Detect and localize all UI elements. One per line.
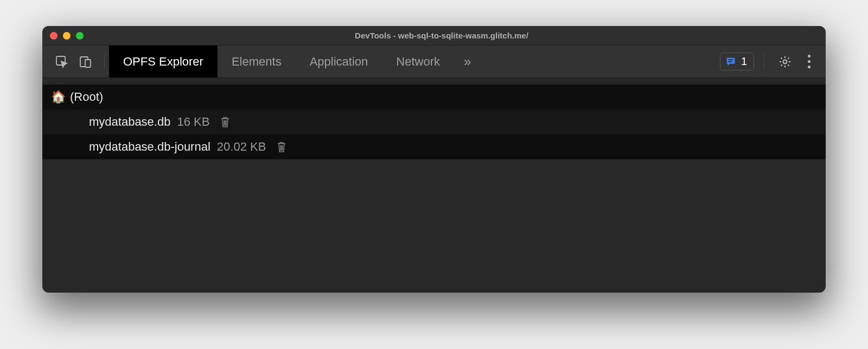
devtools-tabs: OPFS Explorer Elements Application Netwo… [109,46,476,77]
chat-icon [725,56,737,68]
file-row[interactable]: mydatabase.db-journal 20.02 KB [42,134,826,159]
trash-icon [276,140,288,153]
home-icon: 🏠 [51,90,66,104]
tab-elements[interactable]: Elements [218,46,296,77]
svg-rect-2 [85,60,91,67]
delete-file-button[interactable] [219,115,231,128]
root-label: (Root) [70,90,103,104]
window-controls [50,32,84,40]
devtools-toolbar: OPFS Explorer Elements Application Netwo… [42,46,826,78]
window-title: DevTools - web-sql-to-sqlite-wasm.glitch… [95,31,788,40]
device-toolbar-icon[interactable] [75,51,97,73]
more-tabs-icon[interactable]: » [458,54,476,69]
settings-button[interactable] [774,51,796,73]
close-window-button[interactable] [50,32,58,40]
tab-opfs-explorer[interactable]: OPFS Explorer [109,46,218,77]
toolbar-divider [764,54,764,70]
maximize-window-button[interactable] [76,32,84,40]
inspect-element-icon[interactable] [51,51,73,73]
trash-icon [219,115,231,128]
tab-network[interactable]: Network [382,46,454,77]
issues-count: 1 [741,55,747,68]
issues-badge[interactable]: 1 [720,53,754,70]
devtools-window: DevTools - web-sql-to-sqlite-wasm.glitch… [42,26,826,293]
file-row[interactable]: mydatabase.db 16 KB [42,109,826,134]
more-options-button[interactable] [801,50,817,73]
svg-point-3 [783,60,787,63]
file-name: mydatabase.db-journal [89,140,210,154]
toolbar-divider [104,54,105,70]
file-size: 20.02 KB [217,140,266,154]
minimize-window-button[interactable] [63,32,71,40]
opfs-tree: 🏠 (Root) mydatabase.db 16 KB mydatabase.… [42,78,826,159]
delete-file-button[interactable] [276,140,288,153]
file-size: 16 KB [177,115,209,129]
titlebar: DevTools - web-sql-to-sqlite-wasm.glitch… [42,26,826,46]
tree-root-row[interactable]: 🏠 (Root) [42,85,826,109]
tab-application[interactable]: Application [296,46,382,77]
file-name: mydatabase.db [89,115,170,129]
gear-icon [778,55,792,69]
